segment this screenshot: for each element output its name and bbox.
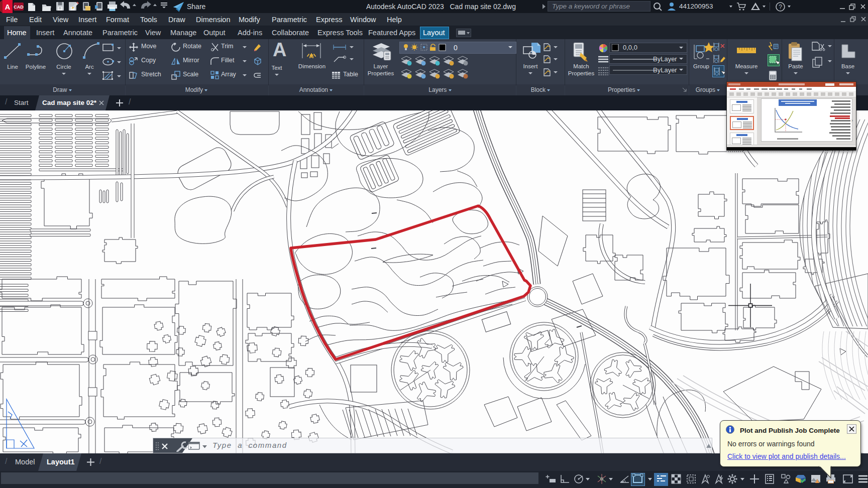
svg-text:A: A bbox=[5, 3, 11, 11]
svg-text:CAD: CAD bbox=[14, 5, 24, 10]
svg-text:?: ? bbox=[779, 4, 782, 11]
